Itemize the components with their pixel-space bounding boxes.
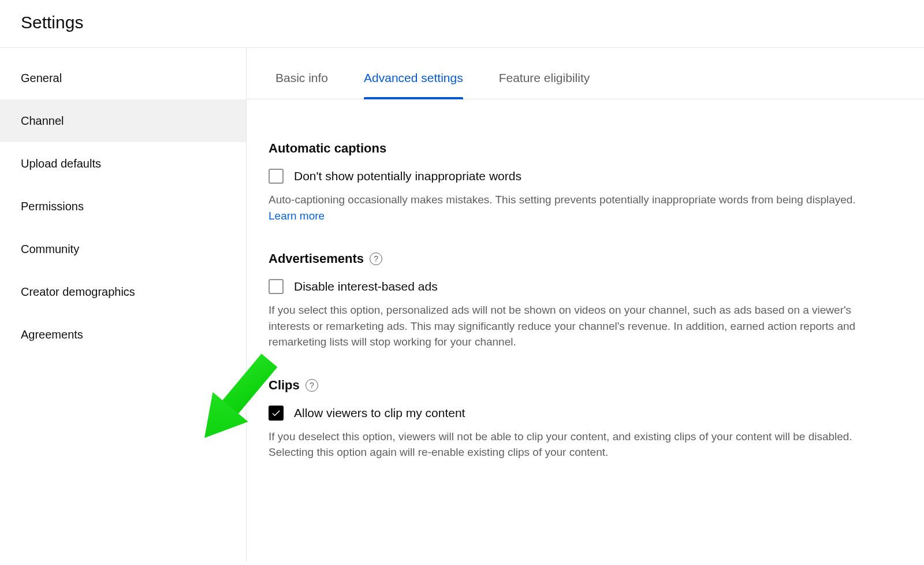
section-clips: Clips ? Allow viewers to clip my content… bbox=[269, 378, 876, 460]
sidebar-item-label: Permissions bbox=[21, 200, 84, 213]
checkbox-label: Disable interest-based ads bbox=[294, 280, 438, 293]
sidebar-item-label: Channel bbox=[21, 114, 64, 128]
checkbox-disable-interest-ads[interactable] bbox=[269, 279, 284, 294]
checkbox-hide-inappropriate-words[interactable] bbox=[269, 169, 284, 184]
checkbox-label: Allow viewers to clip my content bbox=[294, 406, 465, 420]
section-title-text: Advertisements bbox=[269, 251, 364, 266]
sidebar-item-label: Community bbox=[21, 243, 79, 256]
help-icon[interactable]: ? bbox=[305, 379, 318, 392]
sidebar-item-permissions[interactable]: Permissions bbox=[0, 185, 246, 228]
tab-feature-eligibility[interactable]: Feature eligibility bbox=[499, 65, 590, 99]
sidebar-item-upload-defaults[interactable]: Upload defaults bbox=[0, 142, 246, 185]
sidebar-item-general[interactable]: General bbox=[0, 57, 246, 99]
description-text: Auto-captioning occasionally makes mista… bbox=[269, 194, 856, 206]
page-title: Settings bbox=[21, 13, 924, 32]
tab-advanced-settings[interactable]: Advanced settings bbox=[364, 65, 463, 99]
settings-sidebar: General Channel Upload defaults Permissi… bbox=[0, 48, 247, 562]
section-title-text: Automatic captions bbox=[269, 141, 386, 156]
sidebar-item-label: Upload defaults bbox=[21, 157, 101, 170]
sidebar-item-label: General bbox=[21, 72, 62, 85]
clips-description: If you deselect this option, viewers wil… bbox=[269, 429, 876, 460]
tab-basic-info[interactable]: Basic info bbox=[275, 65, 328, 99]
sidebar-item-creator-demographics[interactable]: Creator demographics bbox=[0, 270, 246, 313]
section-title-text: Clips bbox=[269, 378, 300, 393]
help-icon[interactable]: ? bbox=[370, 252, 382, 265]
sidebar-item-agreements[interactable]: Agreements bbox=[0, 313, 246, 356]
sidebar-item-community[interactable]: Community bbox=[0, 228, 246, 270]
settings-header: Settings bbox=[0, 0, 924, 48]
checkbox-label: Don't show potentially inappropriate wor… bbox=[294, 169, 521, 183]
section-title-clips: Clips ? bbox=[269, 378, 876, 393]
learn-more-link[interactable]: Learn more bbox=[269, 210, 325, 222]
settings-content: Basic info Advanced settings Feature eli… bbox=[247, 48, 924, 562]
checkbox-allow-clips[interactable] bbox=[269, 406, 284, 421]
sidebar-item-channel[interactable]: Channel bbox=[0, 99, 246, 142]
section-title-captions: Automatic captions bbox=[269, 141, 876, 156]
sidebar-item-label: Creator demographics bbox=[21, 285, 135, 299]
section-advertisements: Advertisements ? Disable interest-based … bbox=[269, 251, 876, 350]
section-title-ads: Advertisements ? bbox=[269, 251, 876, 266]
ads-description: If you select this option, personalized … bbox=[269, 302, 876, 350]
section-automatic-captions: Automatic captions Don't show potentiall… bbox=[269, 141, 876, 224]
sidebar-item-label: Agreements bbox=[21, 328, 83, 341]
tabs: Basic info Advanced settings Feature eli… bbox=[247, 48, 924, 99]
captions-description: Auto-captioning occasionally makes mista… bbox=[269, 192, 876, 224]
